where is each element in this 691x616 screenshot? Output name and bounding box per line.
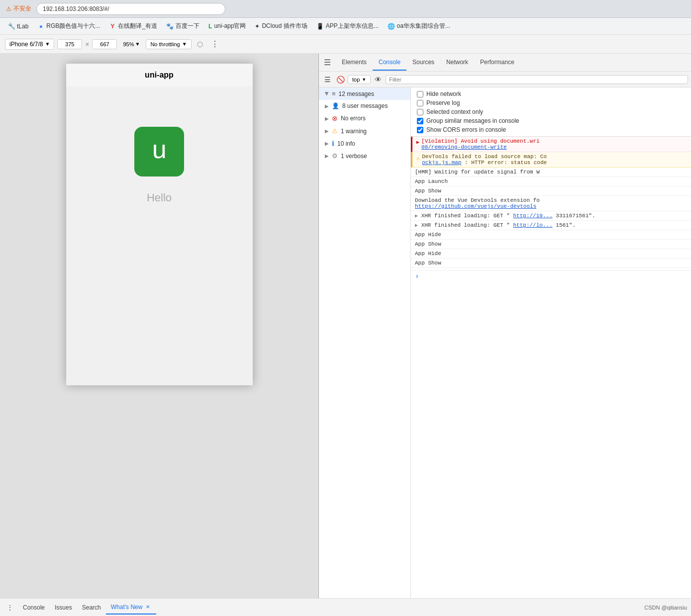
filter-label: 1 warning bbox=[341, 128, 367, 135]
bookmark-oa[interactable]: 🌐 oa华东集团综合管... bbox=[384, 20, 454, 32]
hello-label: Hello bbox=[147, 191, 172, 204]
sidebar-toggle-icon[interactable]: ☰ bbox=[321, 56, 334, 69]
console-messages-area: ▶ [Violation] Avoid using document.wri 0… bbox=[411, 137, 691, 598]
console-message-app-hide-2: App Hide bbox=[411, 249, 691, 259]
tab-console[interactable]: Console bbox=[373, 55, 406, 71]
message-text: App Hide bbox=[415, 251, 441, 257]
message-link[interactable]: ockjs.js.map bbox=[422, 160, 461, 166]
message-text: App Show bbox=[415, 260, 441, 266]
filter-user-messages[interactable]: ▶ 👤 8 user messages bbox=[319, 100, 410, 112]
zoom-selector[interactable]: 95% ▼ bbox=[120, 40, 143, 49]
message-content: DevTools failed to load source map: Co o… bbox=[422, 154, 687, 166]
preserve-log-label: Preserve log bbox=[426, 99, 460, 106]
warning-icon: ⚠ bbox=[416, 155, 420, 162]
preserve-log-checkbox[interactable] bbox=[417, 100, 423, 106]
expand-icon: ▶ bbox=[325, 153, 329, 159]
tab-network[interactable]: Network bbox=[440, 55, 474, 71]
throttle-selector[interactable]: No throttling ▼ bbox=[146, 39, 191, 49]
tab-elements[interactable]: Elements bbox=[336, 55, 373, 71]
devtools-tab-bar: ☰ Elements Console Sources Network Perfo… bbox=[319, 54, 691, 72]
chevron-down-icon: ▼ bbox=[45, 41, 50, 47]
bookmark-tlab[interactable]: 🔧 tLab bbox=[4, 21, 32, 32]
bookmark-uniapp[interactable]: L uni-app官网 bbox=[204, 20, 250, 32]
bookmark-icon: 🐾 bbox=[166, 23, 174, 30]
devtools-panel: ☰ Elements Console Sources Network Perfo… bbox=[318, 54, 691, 598]
tab-issues-bottom[interactable]: Issues bbox=[50, 601, 77, 614]
bottom-tab-bar: ⋮ Console Issues Search What's New ✕ CSD… bbox=[0, 598, 691, 616]
message-text: DevTools failed to load source map: Co bbox=[422, 154, 547, 160]
phone-container: uni-app u Hello bbox=[0, 54, 318, 598]
filter-info[interactable]: ▶ ℹ 10 info bbox=[319, 137, 410, 150]
device-selector[interactable]: iPhone 6/7/8 ▼ bbox=[5, 39, 54, 50]
messages-icon: ≡ bbox=[332, 90, 336, 97]
console-right-panel: Hide network Preserve log Selected conte… bbox=[411, 88, 691, 598]
chevron-down-icon: ▼ bbox=[182, 41, 187, 47]
logo-letter: u bbox=[151, 139, 167, 165]
message-link[interactable]: https://github.com/vuejs/vue-devtools bbox=[415, 203, 536, 209]
console-sidebar: ▶ ≡ 12 messages ▶ 👤 8 user messages ▶ ⊗ bbox=[319, 88, 411, 598]
console-message-app-hide-1: App Hide bbox=[411, 230, 691, 240]
uni-app-logo: u bbox=[134, 127, 184, 176]
selected-context-checkbox[interactable] bbox=[417, 109, 423, 115]
bookmark-dcloud[interactable]: ✦ DCloud 插件市场 bbox=[251, 20, 311, 32]
show-cors-checkbox[interactable] bbox=[417, 127, 423, 133]
console-message-hmr: [HMR] Waiting for update signal from W bbox=[411, 168, 691, 177]
tab-sources[interactable]: Sources bbox=[406, 55, 440, 71]
bookmark-youdao[interactable]: Y 在线翻译_有道 bbox=[105, 20, 161, 32]
message-suffix: 3311671561". bbox=[556, 213, 595, 219]
clear-console-button[interactable]: 🚫 bbox=[335, 74, 346, 85]
selected-context-label: Selected context only bbox=[426, 108, 483, 115]
filter-verbose[interactable]: ▶ ⚙ 1 verbose bbox=[319, 150, 410, 162]
eye-icon-button[interactable]: 👁 bbox=[373, 74, 384, 85]
filter-label: 10 info bbox=[337, 140, 355, 147]
console-message-xhr-1: ▶ XHR finished loading: GET " http://19.… bbox=[411, 211, 691, 221]
hide-network-checkbox[interactable] bbox=[417, 91, 423, 97]
bottom-menu-icon[interactable]: ⋮ bbox=[4, 602, 16, 614]
prompt-arrow-icon: › bbox=[415, 272, 419, 280]
bookmark-icon: Y bbox=[109, 23, 116, 30]
top-frame-selector[interactable]: top ▼ bbox=[348, 75, 371, 84]
console-message-app-show-1: App Show bbox=[411, 186, 691, 196]
xhr-link-2[interactable]: http://lo... bbox=[513, 222, 552, 228]
bookmark-rgb[interactable]: ● RGB颜色值与十六... bbox=[33, 20, 104, 32]
hide-network-label: Hide network bbox=[426, 90, 461, 97]
group-similar-row: Group similar messages in console bbox=[417, 116, 685, 125]
message-text: XHR finished loading: GET " bbox=[421, 222, 510, 228]
message-suffix: : HTTP error: status code bbox=[465, 160, 547, 166]
chevron-down-icon: ▼ bbox=[362, 77, 366, 82]
user-icon: 👤 bbox=[332, 102, 339, 109]
message-suffix: 1561". bbox=[556, 222, 576, 228]
sidebar-toggle-button[interactable]: ☰ bbox=[322, 74, 333, 85]
bookmark-icon: 📱 bbox=[316, 23, 324, 30]
close-icon[interactable]: ✕ bbox=[144, 604, 151, 611]
no-throttle-icon[interactable]: ⬡ bbox=[195, 39, 205, 50]
more-options-button[interactable]: ⋮ bbox=[209, 39, 220, 50]
verbose-icon: ⚙ bbox=[332, 152, 338, 160]
warning-text: 不安全 bbox=[13, 4, 31, 13]
width-input[interactable] bbox=[57, 39, 82, 49]
filter-errors[interactable]: ▶ ⊗ No errors bbox=[319, 112, 410, 125]
console-message-app-show-3: App Show bbox=[411, 259, 691, 268]
expand-icon: ▶ bbox=[325, 141, 329, 146]
expand-icon: ▶ bbox=[416, 139, 419, 145]
bookmark-app[interactable]: 📱 APP上架华东信息... bbox=[312, 20, 383, 32]
tab-whats-new-bottom[interactable]: What's New ✕ bbox=[106, 601, 157, 615]
tab-console-bottom[interactable]: Console bbox=[18, 601, 50, 614]
filter-all-messages[interactable]: ▶ ≡ 12 messages bbox=[319, 88, 410, 100]
expand-icon: ▶ bbox=[325, 128, 329, 134]
browser-url-bar[interactable]: 192.168.103.206:8083/#/ bbox=[36, 3, 225, 15]
filter-input[interactable] bbox=[386, 75, 688, 84]
tab-performance[interactable]: Performance bbox=[474, 55, 520, 71]
xhr-link-1[interactable]: http://19... bbox=[513, 213, 552, 219]
selected-context-row: Selected context only bbox=[417, 107, 685, 116]
filter-warnings[interactable]: ▶ ⚠ 1 warning bbox=[319, 125, 410, 137]
message-link[interactable]: 08/removing-document-write bbox=[421, 144, 507, 150]
phone-preview-panel: uni-app u Hello bbox=[0, 54, 318, 598]
warning-icon: ⚠ bbox=[332, 127, 338, 135]
bookmark-baidu[interactable]: 🐾 百度一下 bbox=[162, 20, 203, 32]
height-input[interactable] bbox=[92, 39, 117, 49]
show-cors-row: Show CORS errors in console bbox=[417, 125, 685, 134]
tab-search-bottom[interactable]: Search bbox=[77, 601, 106, 614]
expand-icon: ▶ bbox=[325, 103, 329, 109]
group-similar-checkbox[interactable] bbox=[417, 118, 423, 124]
